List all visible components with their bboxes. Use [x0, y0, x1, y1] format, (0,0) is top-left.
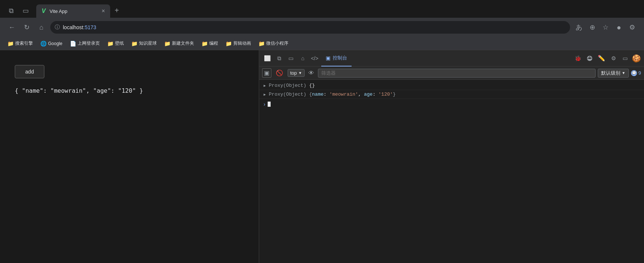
toolbar-right: あ ⊕ ☆ ● ⚙: [573, 21, 638, 33]
app-output: { "name": "meowrain", "age": "120" }: [15, 87, 244, 94]
site-info-icon[interactable]: ⓘ: [55, 24, 60, 31]
browser-frame: ⧉ ▭ V Vite App × + ← ↻ ⌂ ⓘ localhost:517…: [0, 0, 644, 263]
proxy-value-1: {}: [309, 83, 315, 88]
count-value: 9: [638, 70, 641, 76]
console-entry-2: ▶ Proxy(Object) {name: 'meowrain', age: …: [259, 90, 644, 99]
devtools-cookie-icon[interactable]: 🍪: [632, 54, 641, 63]
devtools-network-icon[interactable]: [584, 53, 595, 64]
extensions-icon[interactable]: ⚙: [626, 21, 638, 33]
new-window-icon[interactable]: ▭: [20, 4, 32, 18]
bookmark-label: 壁纸: [115, 40, 124, 47]
address-bar-input[interactable]: ⓘ localhost:5173: [50, 21, 570, 34]
bookmark-label: 新建文件夹: [172, 40, 194, 47]
string-val-1: 'meowrain': [329, 92, 358, 97]
console-clear-button[interactable]: 🚫: [274, 68, 285, 78]
zoom-icon[interactable]: ⊕: [586, 21, 598, 33]
main-area: add { "name": "meowrain", "age": "120" }…: [0, 50, 644, 263]
bookmark-item-wallpaper[interactable]: 📁 壁纸: [104, 39, 127, 48]
back-button[interactable]: ←: [6, 21, 18, 33]
console-sidebar-toggle[interactable]: ▣: [262, 68, 271, 78]
bookmark-label: 知识星球: [139, 40, 157, 47]
bookmark-label: 搜索引擎: [15, 40, 33, 47]
bookmark-folder-icon: 📁: [7, 41, 14, 47]
level-label: 默认级别: [601, 70, 620, 76]
tab-close-button[interactable]: ×: [101, 7, 106, 15]
bookmark-folder-icon-5: 📁: [201, 41, 208, 47]
devtools-style-icon[interactable]: ✏️: [596, 53, 607, 64]
devtools-panel: ⬜ ⧉ ▭ ⌂ </> ▣ 控制台 🐞 ✏️ ⚙: [259, 50, 644, 263]
bookmark-folder-icon-2: 📁: [107, 41, 113, 47]
bookmark-label: Google: [48, 41, 62, 46]
devtools-tabs: ▣ 控制台: [321, 50, 571, 66]
console-filter-input[interactable]: [318, 69, 596, 78]
devtools-layout-icon[interactable]: ▭: [286, 53, 296, 64]
tab-favicon: V: [41, 8, 47, 14]
bookmark-page-icon: 📄: [70, 41, 76, 47]
bookmark-item-google[interactable]: 🌐 Google: [37, 39, 65, 48]
bookmark-item-login[interactable]: 📄 上网登录页: [67, 39, 103, 48]
refresh-button[interactable]: ↻: [21, 21, 33, 33]
bookmark-item-search[interactable]: 📁 搜索引擎: [4, 39, 36, 48]
console-entry-1: ▶ Proxy(Object) {}: [259, 81, 644, 90]
bookmark-item-wechat[interactable]: 📁 微信小程序: [255, 39, 291, 48]
devtools-settings-icon[interactable]: ⚙: [608, 53, 618, 64]
hostname: localhost: [63, 24, 83, 30]
bookmark-item-video[interactable]: 📁 剪辑动画: [223, 39, 254, 48]
tab-bar: ⧉ ▭ V Vite App × +: [0, 0, 644, 18]
home-button[interactable]: ⌂: [35, 21, 47, 33]
console-prompt[interactable]: ›: [264, 101, 265, 107]
devtools-debug-icon[interactable]: 🐞: [573, 53, 583, 64]
new-tab-button[interactable]: +: [112, 3, 122, 18]
console-output: ▶ Proxy(Object) {} ▶ Proxy(Object) {name…: [259, 80, 644, 263]
bookmark-folder-icon-4: 📁: [164, 41, 170, 47]
message-icon: 💬: [631, 70, 637, 76]
eye-button[interactable]: 👁: [307, 68, 316, 78]
proxy-keyword-3: }: [393, 92, 396, 97]
bookmark-item-coding[interactable]: 📁 编程: [199, 39, 221, 48]
frame-selector[interactable]: top ▼: [288, 69, 305, 77]
proxy-keyword-1: Proxy(Object): [269, 83, 309, 88]
devtools-home-icon[interactable]: ⌂: [298, 53, 308, 64]
devtools-mobile-icon[interactable]: ⧉: [274, 53, 284, 64]
active-tab[interactable]: V Vite App ×: [36, 4, 110, 18]
console-cursor: [268, 102, 271, 107]
top-dropdown-icon: ▼: [298, 71, 302, 75]
pages-icon[interactable]: ⧉: [6, 4, 17, 18]
address-bar: ← ↻ ⌂ ⓘ localhost:5173 あ ⊕ ☆ ● ⚙: [0, 18, 644, 37]
tab-console[interactable]: ▣ 控制台: [321, 50, 352, 66]
console-text-1: Proxy(Object) {}: [269, 83, 315, 88]
prop-name-1: name: [312, 92, 323, 97]
bookmark-google-icon: 🌐: [40, 41, 47, 47]
proxy-keyword-2: Proxy(Object) {: [269, 92, 312, 97]
message-count: 💬 9: [631, 70, 641, 76]
console-tab-label: 控制台: [333, 55, 347, 61]
bookmark-folder-icon-3: 📁: [131, 41, 138, 47]
tab-bar-left: ⧉ ▭: [3, 4, 35, 18]
top-label: top: [290, 70, 297, 76]
expand-arrow-1[interactable]: ▶: [264, 83, 266, 88]
reading-view-icon[interactable]: あ: [573, 21, 585, 33]
devtools-more-icon[interactable]: ▭: [620, 53, 630, 64]
bookmark-label: 编程: [209, 40, 218, 47]
add-button[interactable]: add: [15, 65, 44, 78]
bookmark-item-new-folder[interactable]: 📁 新建文件夹: [161, 39, 197, 48]
bookmark-icon[interactable]: ☆: [600, 21, 611, 33]
tab-title: Vite App: [50, 8, 98, 14]
colon-2: :: [373, 92, 379, 97]
port: :5173: [83, 24, 96, 30]
bookmarks-bar: 📁 搜索引擎 🌐 Google 📄 上网登录页 📁 壁纸 📁 知识星球 📁 新建…: [0, 37, 644, 50]
devtools-select-icon[interactable]: ⬜: [262, 53, 272, 64]
profile-icon[interactable]: ●: [613, 21, 625, 33]
devtools-code-icon[interactable]: </>: [309, 53, 320, 64]
log-level-selector[interactable]: 默认级别 ▼: [598, 69, 629, 78]
console-input-line[interactable]: ›: [259, 99, 644, 109]
console-toolbar: ▣ 🚫 top ▼ 👁 默认级别 ▼ 💬 9: [259, 66, 644, 80]
console-text-2: Proxy(Object) {name: 'meowrain', age: '1…: [269, 92, 396, 97]
bookmark-label: 剪辑动画: [233, 40, 251, 47]
comma-1: ,: [358, 92, 364, 97]
expand-arrow-2[interactable]: ▶: [264, 92, 266, 97]
string-val-2: '120': [379, 92, 393, 97]
bookmark-item-zhishi[interactable]: 📁 知识星球: [128, 39, 160, 48]
bookmark-folder-icon-7: 📁: [258, 41, 265, 47]
bookmark-label: 微信小程序: [266, 40, 288, 47]
